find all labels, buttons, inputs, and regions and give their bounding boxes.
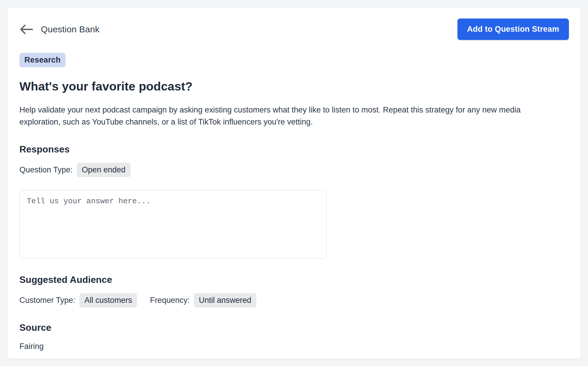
add-to-question-stream-button[interactable]: Add to Question Stream <box>457 19 569 40</box>
header: Question Bank Add to Question Stream <box>19 19 569 40</box>
suggested-audience-heading: Suggested Audience <box>19 274 569 285</box>
header-left: Question Bank <box>19 24 99 35</box>
frequency-value-badge: Until answered <box>194 293 256 308</box>
answer-textarea[interactable] <box>19 190 327 258</box>
source-heading: Source <box>19 322 569 333</box>
page-title: Question Bank <box>41 24 99 34</box>
customer-type-value-badge: All customers <box>79 293 137 308</box>
question-detail-card: Question Bank Add to Question Stream Res… <box>7 7 581 359</box>
question-type-row: Question Type: Open ended <box>19 163 569 177</box>
question-type-value-badge: Open ended <box>77 163 131 177</box>
question-description: Help validate your next podcast campaign… <box>19 104 563 128</box>
category-badge: Research <box>19 53 66 67</box>
frequency-label: Frequency: <box>150 296 190 305</box>
customer-type-label: Customer Type: <box>19 296 75 305</box>
question-title: What's your favorite podcast? <box>19 80 569 93</box>
back-button[interactable] <box>19 24 33 35</box>
responses-heading: Responses <box>19 144 569 155</box>
source-value: Fairing <box>19 342 569 351</box>
page: Question Bank Add to Question Stream Res… <box>0 0 588 366</box>
audience-row: Customer Type: All customers Frequency: … <box>19 293 569 308</box>
question-type-label: Question Type: <box>19 165 73 174</box>
arrow-left-icon <box>19 24 33 35</box>
